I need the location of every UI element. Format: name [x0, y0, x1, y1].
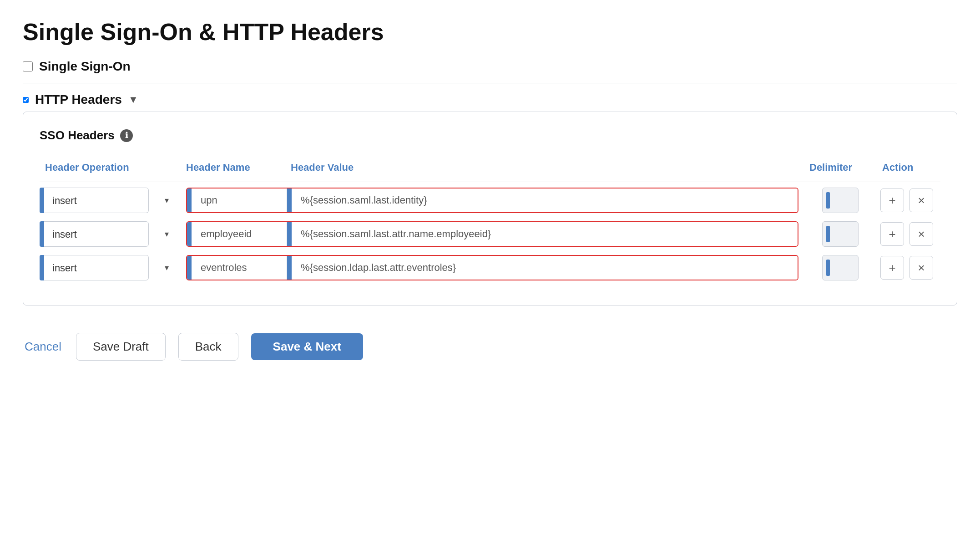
remove-row-button-2[interactable]: ×	[909, 222, 933, 246]
value-blue-bar-2	[287, 221, 292, 247]
value-blue-bar-1	[287, 188, 292, 213]
sso-checkbox[interactable]	[23, 61, 33, 71]
sso-section: Single Sign-On	[23, 59, 957, 74]
operation-cell-1: insert ▾	[40, 188, 181, 213]
sso-headers-table: Header Operation Header Name Header Valu…	[40, 153, 940, 280]
http-headers-row: HTTP Headers ▼	[23, 92, 957, 107]
sso-label: Single Sign-On	[39, 59, 131, 74]
header-value-input-1[interactable]	[292, 188, 798, 213]
save-draft-button[interactable]: Save Draft	[76, 333, 166, 361]
http-headers-section: SSO Headers ℹ Header Operation Header Na…	[23, 112, 957, 306]
operation-select-2[interactable]: insert	[44, 221, 149, 247]
sso-headers-title-row: SSO Headers ℹ	[40, 128, 940, 143]
sso-headers-title: SSO Headers	[40, 128, 115, 143]
name-blue-bar-3	[187, 255, 192, 280]
add-row-button-3[interactable]: +	[880, 256, 904, 280]
operation-cell-2: insert ▾	[40, 221, 181, 247]
http-headers-label: HTTP Headers	[35, 92, 122, 107]
row1-fields	[186, 188, 798, 213]
section-divider	[23, 83, 957, 83]
select-arrow-icon-1: ▾	[165, 195, 169, 205]
row3-fields	[186, 255, 798, 280]
delimiter-box-3	[822, 255, 859, 280]
action-cell-3: + ×	[877, 256, 940, 280]
delimiter-bar-2	[826, 226, 830, 242]
value-blue-bar-3	[287, 255, 292, 280]
header-name-input-2[interactable]	[192, 221, 287, 247]
select-arrow-icon-3: ▾	[165, 263, 169, 273]
delimiter-bar-1	[826, 192, 830, 209]
select-blue-bar-2	[40, 221, 44, 247]
remove-row-button-1[interactable]: ×	[909, 188, 933, 212]
table-row: insert ▾ + ×	[40, 221, 940, 247]
page-title: Single Sign-On & HTTP Headers	[23, 18, 957, 46]
operation-select-wrapper-3: insert ▾	[40, 255, 175, 280]
name-blue-bar-1	[187, 188, 192, 213]
select-blue-bar-3	[40, 255, 44, 280]
table-header: Header Operation Header Name Header Valu…	[40, 153, 940, 182]
operation-cell-3: insert ▾	[40, 255, 181, 280]
delimiter-box-1	[822, 188, 859, 213]
add-row-button-2[interactable]: +	[880, 222, 904, 246]
delimiter-box-2	[822, 221, 859, 247]
add-row-button-1[interactable]: +	[880, 188, 904, 212]
action-cell-1: + ×	[877, 188, 940, 212]
operation-select-wrapper-1: insert ▾	[40, 188, 175, 213]
delimiter-bar-3	[826, 260, 830, 276]
col-header-operation: Header Operation	[40, 158, 181, 177]
action-cell-2: + ×	[877, 222, 940, 246]
back-button[interactable]: Back	[178, 333, 238, 361]
header-value-input-3[interactable]	[292, 255, 798, 280]
header-value-input-2[interactable]	[292, 221, 798, 247]
select-arrow-icon-2: ▾	[165, 229, 169, 239]
footer-buttons: Cancel Save Draft Back Save & Next	[23, 333, 957, 361]
http-headers-checkbox[interactable]	[23, 97, 29, 103]
header-name-input-1[interactable]	[192, 188, 287, 213]
operation-select-3[interactable]: insert	[44, 255, 149, 280]
select-blue-bar-1	[40, 188, 44, 213]
operation-select-wrapper-2: insert ▾	[40, 221, 175, 247]
col-header-name: Header Name	[181, 158, 285, 177]
info-icon[interactable]: ℹ	[120, 129, 133, 142]
cancel-button[interactable]: Cancel	[23, 333, 63, 360]
http-headers-chevron-icon[interactable]: ▼	[128, 94, 138, 106]
col-header-delimiter: Delimiter	[804, 158, 877, 177]
delimiter-cell-3	[804, 255, 877, 280]
col-header-action: Action	[877, 158, 940, 177]
operation-select-1[interactable]: insert	[44, 188, 149, 213]
row2-fields	[186, 221, 798, 247]
header-name-input-3[interactable]	[192, 255, 287, 280]
remove-row-button-3[interactable]: ×	[909, 256, 933, 280]
col-header-value: Header Value	[285, 158, 804, 177]
save-next-button[interactable]: Save & Next	[251, 333, 363, 360]
delimiter-cell-1	[804, 188, 877, 213]
table-row: insert ▾ + ×	[40, 188, 940, 213]
table-row: insert ▾ + ×	[40, 255, 940, 280]
delimiter-cell-2	[804, 221, 877, 247]
name-blue-bar-2	[187, 221, 192, 247]
